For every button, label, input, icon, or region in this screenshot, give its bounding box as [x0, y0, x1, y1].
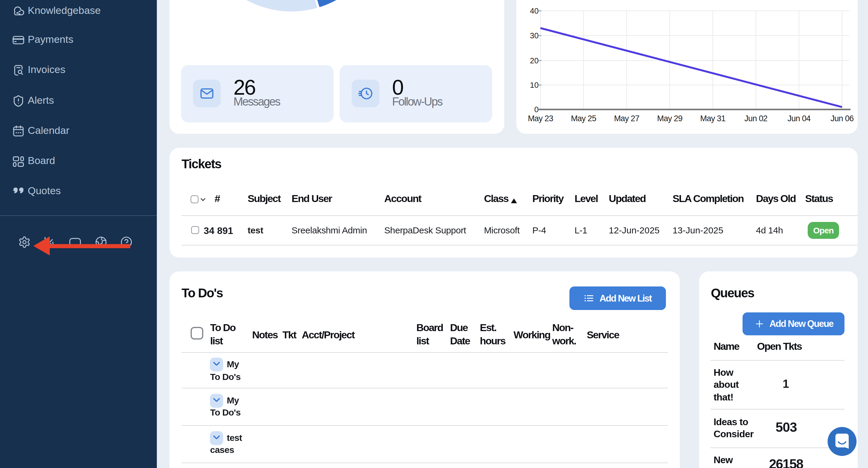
svg-text:10: 10: [530, 81, 539, 90]
svg-text:May 29: May 29: [657, 114, 683, 123]
svg-text:May 27: May 27: [614, 114, 640, 123]
svg-text:May 25: May 25: [571, 114, 596, 123]
svg-text:May 23: May 23: [528, 114, 553, 123]
svg-text:Jun 06: Jun 06: [831, 114, 854, 123]
svg-text:30: 30: [530, 31, 539, 40]
svg-text:Jun 04: Jun 04: [787, 114, 811, 123]
svg-text:Jun 02: Jun 02: [744, 114, 767, 123]
svg-text:40: 40: [530, 6, 539, 15]
svg-text:20: 20: [530, 56, 539, 65]
svg-text:May 31: May 31: [700, 114, 726, 123]
svg-text:0: 0: [534, 105, 539, 114]
